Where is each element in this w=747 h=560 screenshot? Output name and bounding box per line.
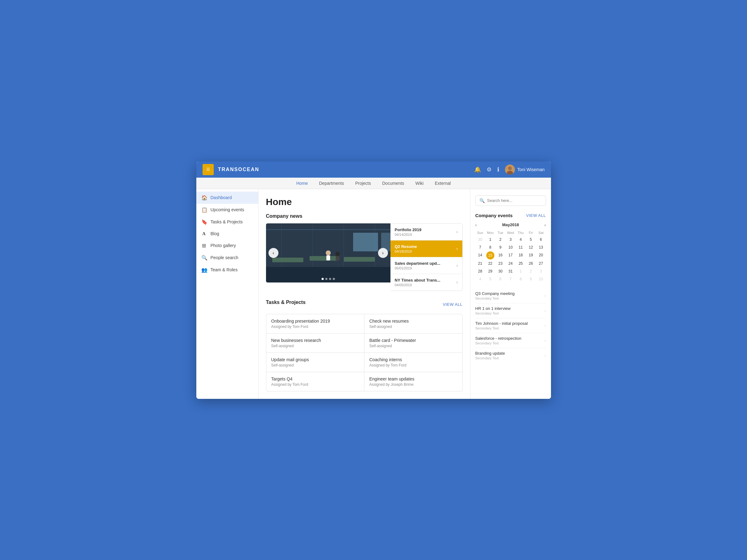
cal-day-20[interactable]: 20 [536,251,546,259]
nav-departments[interactable]: Departments [319,181,344,186]
cal-day-6[interactable]: 6 [536,236,546,243]
cal-day-2-next[interactable]: 2 [526,268,536,275]
sidebar-item-tasks[interactable]: 🔖 Tasks & Projects [196,216,258,228]
cal-day-29[interactable]: 29 [485,268,495,275]
search-box[interactable]: 🔍 [475,195,546,206]
cal-day-10[interactable]: 10 [506,244,516,251]
sidebar-item-upcoming-events[interactable]: 📋 Upcoming events [196,204,258,216]
cal-day-25[interactable]: 25 [516,260,526,267]
cal-day-7[interactable]: 7 [475,244,485,251]
cal-prev-button[interactable]: ‹ [475,223,477,227]
cal-day-11[interactable]: 11 [516,244,526,251]
sidebar-item-gallery[interactable]: ⊞ Photo gallery [196,239,258,252]
info-icon[interactable]: ℹ [497,166,499,173]
sidebar-item-blog[interactable]: A Blog [196,228,258,239]
cal-day-8[interactable]: 8 [485,244,495,251]
cal-day-1-next[interactable]: 1 [516,268,526,275]
cal-day-21[interactable]: 21 [475,260,485,267]
cal-day-4-next[interactable]: 4 [475,275,485,283]
task-item-6[interactable]: Coaching interns Assigned by Tom Ford [364,353,462,372]
task-item-7[interactable]: Targets Q4 Assigned by Tom Ford [266,372,364,391]
task-title-5: Update mail groups [271,357,359,362]
avatar [505,164,515,175]
nav-projects[interactable]: Projects [355,181,371,186]
cal-day-15-today[interactable]: 15 [486,251,494,259]
cal-day-27[interactable]: 27 [536,260,546,267]
task-item-2[interactable]: Check new resumes Self-assigned [364,314,462,333]
nav-external[interactable]: External [435,181,450,186]
cal-day-6-next[interactable]: 6 [496,275,506,283]
news-list: Portfolio 2019 04/14/2019 › Q2 Resume 04… [390,223,463,291]
cal-day-9-next[interactable]: 9 [526,275,536,283]
task-item-5[interactable]: Update mail groups Self-assigned [266,353,364,372]
cal-day-24[interactable]: 24 [506,260,516,267]
cal-day-16[interactable]: 16 [496,251,506,259]
cal-day-17[interactable]: 17 [506,251,516,259]
events-view-all[interactable]: VIEW ALL [526,213,546,218]
notification-icon[interactable]: 🔔 [474,166,481,173]
task-item-8[interactable]: Engineer team updates Assigned by Joseph… [364,372,462,391]
cal-day-28[interactable]: 28 [475,268,485,275]
company-events-title: Company events [475,213,513,218]
sidebar-item-team[interactable]: 👥 Team & Roles [196,264,258,276]
nav-documents[interactable]: Documents [382,181,404,186]
search-input[interactable] [487,198,542,203]
sidebar-item-dashboard[interactable]: 🏠 Dashboard [196,192,258,204]
news-item-1[interactable]: Portfolio 2019 04/14/2019 › [390,224,462,240]
news-chevron-1: › [457,229,458,234]
cal-day-18[interactable]: 18 [516,251,526,259]
user-area[interactable]: Toni Wiseman [505,164,545,175]
nav-wiki[interactable]: Wiki [415,181,423,186]
cal-day-8-next[interactable]: 8 [516,275,526,283]
cal-day-5-next[interactable]: 5 [485,275,495,283]
cal-day-9[interactable]: 9 [496,244,506,251]
cal-day-26[interactable]: 26 [526,260,536,267]
event-item-4[interactable]: Salesforce - retrospection Secondary Tex… [475,333,546,348]
cal-day-13[interactable]: 13 [536,244,546,251]
cal-day-19[interactable]: 19 [526,251,536,259]
cal-day-5[interactable]: 5 [526,236,536,243]
sidebar-item-people[interactable]: 🔍 People search [196,252,258,264]
event-item-2[interactable]: HR 1 on 1 interview Secondary Text › [475,303,546,318]
cal-day-3[interactable]: 3 [506,236,516,243]
news-item-3[interactable]: Sales department upd... 05/01/2019 › [390,257,462,274]
tasks-view-all[interactable]: VIEW ALL [443,302,462,307]
task-item-3[interactable]: New businesses research Self-assigned [266,333,364,353]
task-item-1[interactable]: Onboarding presentation 2019 Assigned by… [266,314,364,333]
dot-4 [333,278,335,280]
svg-rect-16 [326,255,330,260]
carousel-prev-button[interactable]: ‹ [268,248,279,258]
event-item-5[interactable]: Branding update Secondary Text › [475,348,546,363]
cal-day-30-prev[interactable]: 30 [475,236,485,243]
cal-hdr-fri: Fri [526,230,536,235]
cal-next-button[interactable]: › [544,223,546,227]
cal-day-31[interactable]: 31 [506,268,516,275]
gallery-icon: ⊞ [201,243,207,249]
cal-day-12[interactable]: 12 [526,244,536,251]
news-item-4[interactable]: NY Times about Trans... 04/05/2019 › [390,274,462,290]
cal-day-3-next[interactable]: 3 [536,268,546,275]
event-title-5: Branding update [475,351,505,356]
event-item-3[interactable]: Tim Johnson - initial proposal Secondary… [475,318,546,333]
cal-hdr-wed: Wed [506,230,516,235]
cal-day-4[interactable]: 4 [516,236,526,243]
event-chevron-2: › [544,308,546,313]
task-item-4[interactable]: Battle card - Primewater Self-assigned [364,333,462,353]
cal-day-1[interactable]: 1 [485,236,495,243]
cal-day-2[interactable]: 2 [496,236,506,243]
cal-day-10-next[interactable]: 10 [536,275,546,283]
menu-button[interactable]: ☰ [203,164,214,175]
tasks-section-title: Tasks & Projects [266,300,306,305]
carousel-next-button[interactable]: › [378,248,388,258]
cal-day-23[interactable]: 23 [496,260,506,267]
nav-home[interactable]: Home [296,181,308,186]
settings-icon[interactable]: ⚙ [487,166,492,173]
event-item-1[interactable]: Q3 Company meeting Secondary Text › [475,288,546,303]
cal-day-7-next[interactable]: 7 [506,275,516,283]
nav-icons: 🔔 ⚙ ℹ Toni Wiseman [474,164,545,175]
cal-day-22[interactable]: 22 [485,260,495,267]
cal-day-30[interactable]: 30 [496,268,506,275]
cal-day-14[interactable]: 14 [475,251,485,259]
news-item-2[interactable]: Q2 Resume 04/18/2019 › [390,240,462,257]
user-name: Toni Wiseman [517,167,545,172]
